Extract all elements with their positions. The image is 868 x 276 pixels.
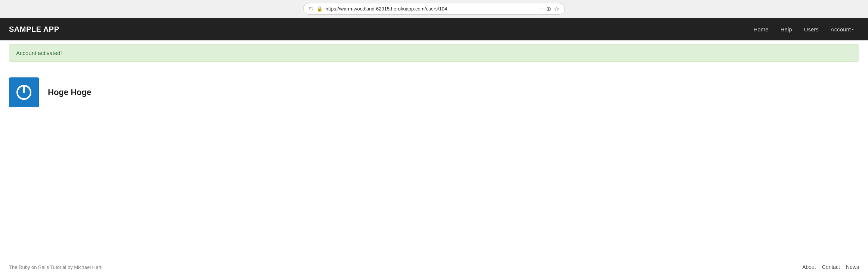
more-icon[interactable]: ··· [538, 6, 543, 12]
flash-message: Account activated! [16, 50, 62, 56]
shield-icon: 🛡 [309, 6, 314, 12]
footer: The Ruby on Rails Tutorial by Michael Ha… [0, 258, 868, 276]
footer-link-contact[interactable]: Contact [822, 264, 840, 270]
navbar-brand[interactable]: SAMPLE APP [9, 25, 59, 34]
flash-container: Account activated! [0, 40, 868, 65]
power-icon [15, 83, 33, 101]
nav-link-users[interactable]: Users [799, 23, 824, 36]
user-profile: Hoge Hoge [9, 77, 859, 107]
account-label: Account [831, 26, 851, 33]
bookmark-icon[interactable]: ☆ [554, 5, 559, 12]
flash-success: Account activated! [9, 44, 859, 62]
pocket-icon[interactable]: ⊕ [546, 5, 551, 12]
browser-chrome: 🛡 🔒 https://warm-woodland-62915.herokuap… [0, 0, 868, 18]
footer-links: About Contact News [802, 264, 859, 270]
nav-dropdown-account[interactable]: Account ▾ [825, 23, 859, 36]
avatar [9, 77, 39, 107]
footer-link-about[interactable]: About [802, 264, 816, 270]
navbar-nav: Home Help Users Account ▾ [748, 23, 859, 36]
address-bar[interactable]: 🛡 🔒 https://warm-woodland-62915.herokuap… [303, 3, 565, 15]
chevron-down-icon: ▾ [852, 27, 854, 31]
footer-text: The Ruby on Rails Tutorial by Michael Ha… [9, 264, 102, 270]
navbar: SAMPLE APP Home Help Users Account ▾ [0, 18, 868, 40]
address-bar-actions: ··· ⊕ ☆ [538, 5, 559, 12]
url-text: https://warm-woodland-62915.herokuapp.co… [326, 6, 535, 12]
nav-link-help[interactable]: Help [775, 23, 797, 36]
footer-link-news[interactable]: News [846, 264, 859, 270]
nav-link-home[interactable]: Home [748, 23, 774, 36]
lock-icon: 🔒 [317, 6, 323, 12]
user-name: Hoge Hoge [48, 88, 91, 97]
main-content: Hoge Hoge [0, 65, 868, 258]
